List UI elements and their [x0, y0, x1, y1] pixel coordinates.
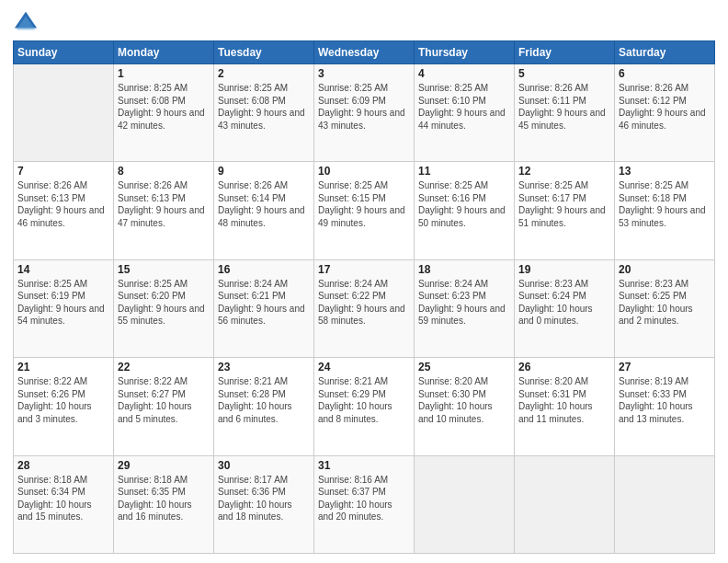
calendar-day-cell [415, 455, 515, 553]
calendar-day-cell: 25Sunrise: 8:20 AMSunset: 6:30 PMDayligh… [415, 358, 515, 455]
day-number: 21 [17, 361, 109, 373]
calendar-day-cell: 9Sunrise: 8:26 AMSunset: 6:14 PMDaylight… [214, 162, 314, 259]
calendar-day-cell: 11Sunrise: 8:25 AMSunset: 6:16 PMDayligh… [415, 162, 515, 259]
day-number: 14 [17, 263, 109, 276]
calendar-week-row: 1Sunrise: 8:25 AMSunset: 6:08 PMDaylight… [14, 64, 715, 162]
day-number: 22 [118, 361, 210, 373]
weekday-header-cell: Thursday [415, 41, 515, 64]
day-info: Sunrise: 8:26 AMSunset: 6:12 PMDaylight:… [619, 82, 711, 132]
day-number: 20 [619, 263, 711, 276]
calendar-week-row: 14Sunrise: 8:25 AMSunset: 6:19 PMDayligh… [14, 259, 715, 357]
day-number: 9 [218, 165, 310, 178]
day-number: 13 [619, 165, 711, 178]
day-number: 29 [118, 459, 210, 472]
calendar-day-cell: 13Sunrise: 8:25 AMSunset: 6:18 PMDayligh… [615, 162, 715, 259]
day-number: 23 [218, 361, 310, 373]
day-info: Sunrise: 8:18 AMSunset: 6:34 PMDaylight:… [17, 474, 109, 523]
day-number: 5 [518, 67, 610, 80]
day-info: Sunrise: 8:20 AMSunset: 6:31 PMDaylight:… [518, 375, 610, 425]
calendar-day-cell: 23Sunrise: 8:21 AMSunset: 6:28 PMDayligh… [214, 358, 314, 455]
weekday-header-cell: Friday [515, 41, 615, 64]
calendar-day-cell: 2Sunrise: 8:25 AMSunset: 6:08 PMDaylight… [214, 64, 314, 162]
day-number: 3 [318, 67, 410, 80]
logo [13, 9, 42, 35]
day-number: 30 [218, 459, 310, 472]
day-number: 6 [619, 67, 711, 80]
calendar-day-cell: 29Sunrise: 8:18 AMSunset: 6:35 PMDayligh… [114, 455, 214, 553]
calendar-day-cell: 30Sunrise: 8:17 AMSunset: 6:36 PMDayligh… [214, 455, 314, 553]
calendar-day-cell: 15Sunrise: 8:25 AMSunset: 6:20 PMDayligh… [114, 259, 214, 357]
day-number: 27 [619, 361, 711, 373]
calendar-day-cell: 21Sunrise: 8:22 AMSunset: 6:26 PMDayligh… [14, 358, 114, 455]
calendar-day-cell: 14Sunrise: 8:25 AMSunset: 6:19 PMDayligh… [14, 259, 114, 357]
day-number: 17 [318, 263, 410, 276]
logo-icon [13, 9, 39, 35]
day-number: 19 [518, 263, 610, 276]
weekday-header-cell: Sunday [14, 41, 114, 64]
day-number: 31 [318, 459, 410, 472]
calendar-day-cell: 1Sunrise: 8:25 AMSunset: 6:08 PMDaylight… [114, 64, 214, 162]
calendar-day-cell: 3Sunrise: 8:25 AMSunset: 6:09 PMDaylight… [314, 64, 415, 162]
day-info: Sunrise: 8:16 AMSunset: 6:37 PMDaylight:… [318, 474, 410, 523]
calendar-day-cell: 17Sunrise: 8:24 AMSunset: 6:22 PMDayligh… [314, 259, 415, 357]
calendar-day-cell: 16Sunrise: 8:24 AMSunset: 6:21 PMDayligh… [214, 259, 314, 357]
calendar-day-cell: 6Sunrise: 8:26 AMSunset: 6:12 PMDaylight… [615, 64, 715, 162]
calendar-day-cell: 4Sunrise: 8:25 AMSunset: 6:10 PMDaylight… [415, 64, 515, 162]
day-info: Sunrise: 8:22 AMSunset: 6:26 PMDaylight:… [17, 375, 109, 425]
day-info: Sunrise: 8:24 AMSunset: 6:23 PMDaylight:… [418, 278, 510, 327]
calendar-body: 1Sunrise: 8:25 AMSunset: 6:08 PMDaylight… [14, 64, 715, 554]
calendar-day-cell: 12Sunrise: 8:25 AMSunset: 6:17 PMDayligh… [515, 162, 615, 259]
day-info: Sunrise: 8:23 AMSunset: 6:24 PMDaylight:… [518, 278, 610, 327]
calendar-week-row: 21Sunrise: 8:22 AMSunset: 6:26 PMDayligh… [14, 358, 715, 455]
day-number: 10 [318, 165, 410, 178]
day-number: 18 [418, 263, 510, 276]
day-info: Sunrise: 8:19 AMSunset: 6:33 PMDaylight:… [619, 375, 711, 425]
day-info: Sunrise: 8:22 AMSunset: 6:27 PMDaylight:… [118, 375, 210, 425]
day-info: Sunrise: 8:21 AMSunset: 6:28 PMDaylight:… [218, 375, 310, 425]
day-info: Sunrise: 8:25 AMSunset: 6:09 PMDaylight:… [318, 82, 410, 132]
day-info: Sunrise: 8:25 AMSunset: 6:18 PMDaylight:… [619, 179, 711, 229]
calendar-day-cell: 22Sunrise: 8:22 AMSunset: 6:27 PMDayligh… [114, 358, 214, 455]
day-number: 11 [418, 165, 510, 178]
day-number: 7 [17, 165, 109, 178]
day-info: Sunrise: 8:25 AMSunset: 6:15 PMDaylight:… [318, 179, 410, 229]
day-info: Sunrise: 8:25 AMSunset: 6:08 PMDaylight:… [218, 82, 310, 132]
calendar-day-cell: 20Sunrise: 8:23 AMSunset: 6:25 PMDayligh… [615, 259, 715, 357]
weekday-header-cell: Saturday [615, 41, 715, 64]
day-number: 24 [318, 361, 410, 373]
calendar-header: SundayMondayTuesdayWednesdayThursdayFrid… [14, 41, 715, 64]
day-info: Sunrise: 8:18 AMSunset: 6:35 PMDaylight:… [118, 474, 210, 523]
calendar-day-cell [515, 455, 615, 553]
calendar-day-cell: 28Sunrise: 8:18 AMSunset: 6:34 PMDayligh… [14, 455, 114, 553]
day-info: Sunrise: 8:20 AMSunset: 6:30 PMDaylight:… [418, 375, 510, 425]
day-number: 8 [118, 165, 210, 178]
header [13, 9, 715, 35]
day-info: Sunrise: 8:25 AMSunset: 6:08 PMDaylight:… [118, 82, 210, 132]
day-info: Sunrise: 8:26 AMSunset: 6:14 PMDaylight:… [218, 179, 310, 229]
day-number: 1 [118, 67, 210, 80]
day-info: Sunrise: 8:25 AMSunset: 6:17 PMDaylight:… [518, 179, 610, 229]
calendar-table: SundayMondayTuesdayWednesdayThursdayFrid… [13, 40, 715, 554]
day-number: 16 [218, 263, 310, 276]
calendar-day-cell: 8Sunrise: 8:26 AMSunset: 6:13 PMDaylight… [114, 162, 214, 259]
weekday-header-cell: Wednesday [314, 41, 415, 64]
page: SundayMondayTuesdayWednesdayThursdayFrid… [0, 0, 728, 563]
calendar-day-cell: 10Sunrise: 8:25 AMSunset: 6:15 PMDayligh… [314, 162, 415, 259]
day-info: Sunrise: 8:23 AMSunset: 6:25 PMDaylight:… [619, 278, 711, 327]
day-info: Sunrise: 8:25 AMSunset: 6:16 PMDaylight:… [418, 179, 510, 229]
day-info: Sunrise: 8:25 AMSunset: 6:19 PMDaylight:… [17, 278, 109, 327]
day-info: Sunrise: 8:25 AMSunset: 6:10 PMDaylight:… [418, 82, 510, 132]
weekday-header-cell: Monday [114, 41, 214, 64]
day-number: 15 [118, 263, 210, 276]
weekday-header-row: SundayMondayTuesdayWednesdayThursdayFrid… [14, 41, 715, 64]
calendar-day-cell: 18Sunrise: 8:24 AMSunset: 6:23 PMDayligh… [415, 259, 515, 357]
day-number: 25 [418, 361, 510, 373]
calendar-day-cell: 31Sunrise: 8:16 AMSunset: 6:37 PMDayligh… [314, 455, 415, 553]
day-info: Sunrise: 8:24 AMSunset: 6:22 PMDaylight:… [318, 278, 410, 327]
calendar-day-cell: 5Sunrise: 8:26 AMSunset: 6:11 PMDaylight… [515, 64, 615, 162]
day-info: Sunrise: 8:24 AMSunset: 6:21 PMDaylight:… [218, 278, 310, 327]
calendar-day-cell: 7Sunrise: 8:26 AMSunset: 6:13 PMDaylight… [14, 162, 114, 259]
calendar-day-cell [615, 455, 715, 553]
calendar-day-cell: 19Sunrise: 8:23 AMSunset: 6:24 PMDayligh… [515, 259, 615, 357]
calendar-day-cell: 27Sunrise: 8:19 AMSunset: 6:33 PMDayligh… [615, 358, 715, 455]
